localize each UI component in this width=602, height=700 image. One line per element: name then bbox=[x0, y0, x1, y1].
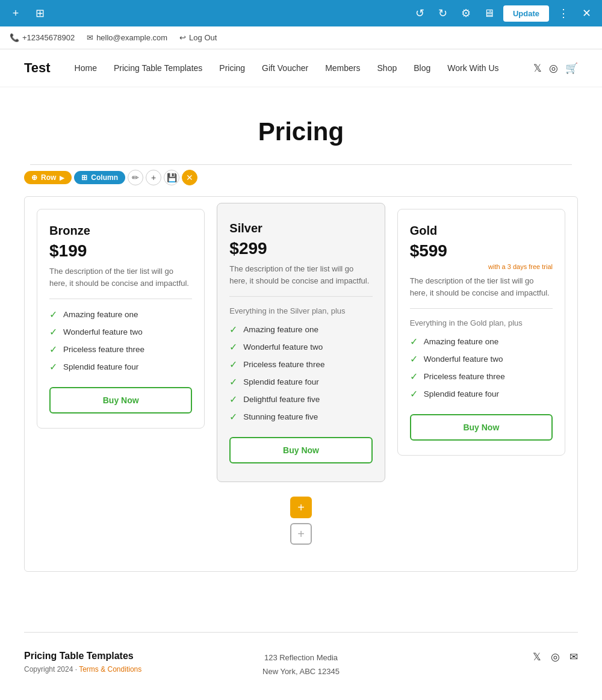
feature-text: Wonderful feature two bbox=[243, 342, 323, 352]
instagram-nav-icon[interactable]: ◎ bbox=[549, 62, 558, 75]
row-chevron-icon: ▶ bbox=[60, 175, 64, 181]
feature-text: Amazing feature one bbox=[63, 310, 138, 319]
gold-card: Gold $599 with a 3 days free trial The d… bbox=[397, 209, 565, 456]
check-icon: ✓ bbox=[229, 376, 237, 388]
column-label: Column bbox=[91, 173, 118, 182]
logout-item[interactable]: ↩ Log Out bbox=[179, 33, 217, 42]
logout-icon: ↩ bbox=[179, 33, 186, 42]
pricing-section: Bronze $199 The description of the tier … bbox=[0, 190, 602, 596]
feature-text: Amazing feature one bbox=[424, 337, 499, 346]
feature-text: Splendid feature four bbox=[63, 362, 138, 371]
list-item: ✓ Wonderful feature two bbox=[49, 326, 192, 338]
feature-text: Amazing feature one bbox=[243, 325, 318, 334]
site-logo[interactable]: Test bbox=[24, 60, 51, 76]
gold-divider bbox=[410, 308, 553, 309]
check-icon: ✓ bbox=[49, 361, 57, 373]
add-block-bottom[interactable]: + bbox=[290, 523, 312, 545]
copyright-text: Copyright 2024 · bbox=[24, 665, 77, 674]
nav-pricing[interactable]: Pricing bbox=[219, 63, 245, 73]
row-label: Row bbox=[41, 173, 56, 182]
check-icon: ✓ bbox=[49, 344, 57, 355]
silver-plan-includes: Everything in the Silver plan, plus bbox=[229, 306, 372, 315]
settings-icon[interactable]: ⚙ bbox=[458, 5, 474, 22]
footer-social-section: 𝕏 ◎ ✉ bbox=[402, 651, 578, 663]
site-footer: Pricing Table Templates Copyright 2024 ·… bbox=[0, 633, 602, 697]
update-button[interactable]: Update bbox=[503, 5, 549, 22]
feature-text: Splendid feature four bbox=[424, 389, 499, 398]
check-icon: ✓ bbox=[229, 341, 237, 353]
nav-shop[interactable]: Shop bbox=[377, 63, 397, 73]
admin-bar: 📞 +12345678902 ✉ hello@example.com ↩ Log… bbox=[0, 26, 602, 49]
footer-address: 123 Reflection Media New York, ABC 12345 bbox=[213, 651, 389, 679]
terms-link[interactable]: Terms & Conditions bbox=[79, 665, 141, 674]
add-block-top[interactable]: + bbox=[290, 497, 312, 518]
grid-icon[interactable]: ⊞ bbox=[31, 5, 48, 22]
email-item[interactable]: ✉ hello@example.com bbox=[87, 33, 167, 42]
page-title: Pricing bbox=[12, 117, 590, 146]
feature-text: Delightful feature five bbox=[243, 395, 320, 404]
footer-social: 𝕏 ◎ ✉ bbox=[402, 651, 578, 663]
pricing-wrapper: Bronze $199 The description of the tier … bbox=[24, 196, 578, 572]
nav-work-with-us[interactable]: Work With Us bbox=[447, 63, 498, 73]
list-item: ✓ Priceless feature three bbox=[229, 359, 372, 370]
silver-divider bbox=[229, 296, 372, 297]
footer-address-section: 123 Reflection Media New York, ABC 12345 bbox=[213, 651, 389, 679]
silver-feature-list: ✓ Amazing feature one ✓ Wonderful featur… bbox=[229, 324, 372, 423]
add-section: + + bbox=[37, 482, 565, 559]
phone-number: +12345678902 bbox=[22, 33, 75, 42]
check-icon: ✓ bbox=[229, 394, 237, 405]
check-icon: ✓ bbox=[410, 388, 418, 400]
check-icon: ✓ bbox=[49, 326, 57, 338]
bronze-plan-price: $199 bbox=[49, 241, 192, 261]
footer-copyright: Copyright 2024 · Terms & Conditions bbox=[24, 665, 200, 674]
phone-item[interactable]: 📞 +12345678902 bbox=[10, 33, 75, 42]
twitter-nav-icon[interactable]: 𝕏 bbox=[533, 62, 542, 75]
list-item: ✓ Stunning feature five bbox=[229, 411, 372, 423]
gold-buy-button[interactable]: Buy Now bbox=[410, 414, 553, 441]
more-icon[interactable]: ⋮ bbox=[555, 5, 572, 22]
check-icon: ✓ bbox=[229, 411, 237, 423]
nav-pricing-table-templates[interactable]: Pricing Table Templates bbox=[114, 63, 202, 73]
cart-nav-icon[interactable]: 🛒 bbox=[565, 62, 578, 75]
logout-label: Log Out bbox=[189, 33, 217, 42]
bronze-card: Bronze $199 The description of the tier … bbox=[37, 209, 205, 429]
gold-plan-description: The description of the tier list will go… bbox=[410, 275, 553, 299]
redo-icon[interactable]: ↻ bbox=[435, 5, 452, 22]
gold-plan-includes: Everything in the Gold plan, plus bbox=[410, 318, 553, 327]
gold-plan-name: Gold bbox=[410, 224, 553, 238]
list-item: ✓ Amazing feature one bbox=[49, 309, 192, 320]
nav-blog[interactable]: Blog bbox=[414, 63, 430, 73]
silver-buy-button[interactable]: Buy Now bbox=[229, 437, 372, 463]
silver-card: Silver $299 The description of the tier … bbox=[217, 203, 385, 482]
gold-plan-trial: with a 3 days free trial bbox=[410, 263, 553, 270]
nav-gift-voucher[interactable]: Gift Voucher bbox=[262, 63, 308, 73]
bronze-buy-button[interactable]: Buy Now bbox=[49, 387, 192, 413]
save-action[interactable]: 💾 bbox=[164, 170, 179, 185]
add-icon[interactable]: + bbox=[7, 5, 24, 22]
address-line2: New York, ABC 12345 bbox=[213, 664, 389, 678]
email-address: hello@example.com bbox=[96, 33, 167, 42]
nav-members[interactable]: Members bbox=[325, 63, 360, 73]
add-action[interactable]: + bbox=[146, 170, 161, 185]
instagram-footer-icon[interactable]: ◎ bbox=[551, 651, 560, 663]
column-icon: ⊞ bbox=[81, 173, 87, 182]
close-icon[interactable]: ✕ bbox=[578, 5, 595, 22]
twitter-footer-icon[interactable]: 𝕏 bbox=[533, 651, 541, 663]
gold-plan-price: $599 bbox=[410, 241, 553, 261]
nav-home[interactable]: Home bbox=[75, 63, 97, 73]
preview-icon[interactable]: 🖥 bbox=[480, 5, 497, 22]
site-spacer bbox=[0, 596, 602, 632]
feature-text: Stunning feature five bbox=[243, 412, 318, 421]
column-pill[interactable]: ⊞ Column bbox=[74, 171, 125, 184]
check-icon: ✓ bbox=[49, 309, 57, 320]
footer-brand: Pricing Table Templates bbox=[24, 651, 200, 661]
list-item: ✓ Priceless feature three bbox=[410, 371, 553, 382]
email-footer-icon[interactable]: ✉ bbox=[569, 651, 578, 663]
undo-icon[interactable]: ↺ bbox=[412, 5, 429, 22]
row-pill[interactable]: ⊕ Row ▶ bbox=[24, 171, 72, 184]
footer-brand-section: Pricing Table Templates Copyright 2024 ·… bbox=[24, 651, 200, 674]
check-icon: ✓ bbox=[410, 353, 418, 365]
edit-action[interactable]: ✏ bbox=[128, 170, 143, 185]
list-item: ✓ Priceless feature three bbox=[49, 344, 192, 355]
close-action[interactable]: ✕ bbox=[182, 170, 197, 185]
